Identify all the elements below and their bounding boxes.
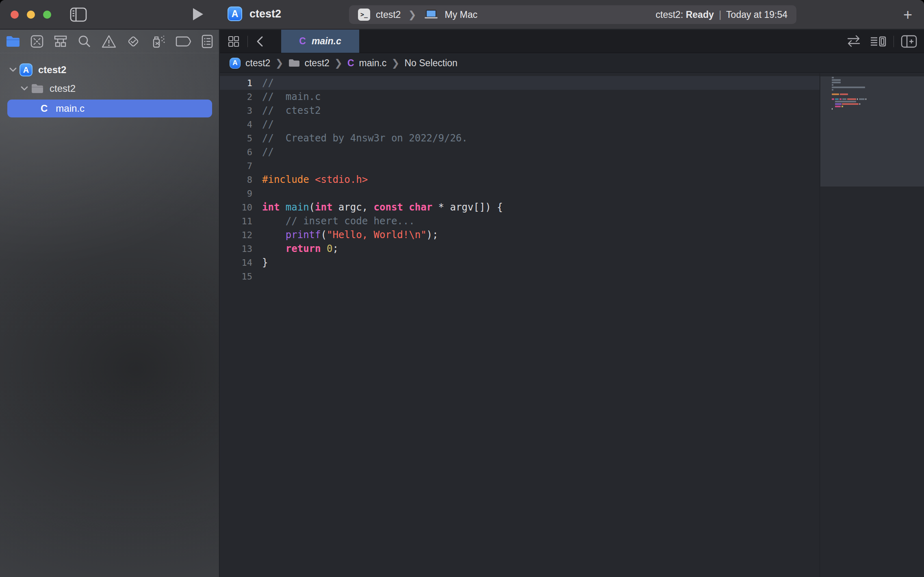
code-line[interactable]: 5// Created by 4nsw3r on 2022/9/26. — [220, 131, 820, 145]
code-token: #include — [262, 174, 309, 185]
code-text: // — [252, 146, 274, 158]
minimap[interactable] — [820, 73, 924, 577]
code-line[interactable]: 4// — [220, 117, 820, 131]
code-line[interactable]: 1// — [220, 76, 820, 90]
breakpoint-navigator-icon[interactable] — [175, 33, 191, 50]
code-lines: 1//2// main.c3// ctest24//5// Created by… — [220, 73, 820, 283]
divider — [894, 36, 894, 47]
code-token: return — [286, 243, 321, 254]
tree-label-project: ctest2 — [38, 64, 66, 76]
debug-navigator-icon[interactable] — [150, 33, 166, 50]
minimap-line — [857, 98, 858, 100]
tree-row-project[interactable]: A ctest2 — [0, 61, 219, 78]
code-token: // — [262, 146, 274, 158]
add-editor-button[interactable] — [900, 34, 917, 49]
source-control-navigator-icon[interactable] — [30, 33, 44, 50]
code-line[interactable]: 12 printf("Hello, World!\n"); — [220, 228, 820, 242]
report-navigator-icon[interactable] — [201, 33, 213, 50]
code-line[interactable]: 8#include <stdio.h> — [220, 173, 820, 187]
minimap-viewport[interactable] — [820, 76, 924, 187]
jumpbar-selection[interactable]: No Selection — [404, 58, 457, 69]
minimap-line — [839, 98, 842, 100]
editor-options-button[interactable] — [869, 35, 887, 48]
line-number[interactable]: 14 — [220, 258, 252, 268]
toggle-navigator-button[interactable] — [70, 7, 87, 22]
find-navigator-icon[interactable] — [78, 33, 91, 50]
line-number[interactable]: 2 — [220, 92, 252, 102]
line-number[interactable]: 1 — [220, 78, 252, 88]
disclosure-chevron-icon[interactable] — [20, 86, 31, 91]
code-token: } — [262, 257, 268, 268]
test-navigator-icon[interactable] — [126, 33, 141, 50]
editor-actions — [846, 30, 924, 53]
code-token: char — [409, 202, 432, 213]
minimap-line — [842, 106, 843, 107]
folder-icon — [288, 59, 299, 67]
close-window-button[interactable] — [11, 11, 19, 19]
line-number[interactable]: 8 — [220, 175, 252, 185]
minimize-window-button[interactable] — [27, 11, 35, 19]
jumpbar-project[interactable]: A ctest2 — [230, 58, 270, 69]
disclosure-chevron-icon[interactable] — [9, 67, 20, 73]
minimap-line — [842, 98, 846, 100]
chevron-right-icon: ❯ — [270, 57, 288, 69]
scheme-selector[interactable]: >_ ctest2 ❯ My Mac — [358, 9, 477, 21]
jump-bar: A ctest2 ❯ ctest2 ❯ C main.c ❯ No Select… — [220, 54, 924, 73]
code-token: int — [262, 202, 280, 213]
symbol-navigator-icon[interactable] — [53, 33, 68, 50]
code-line[interactable]: 9 — [220, 187, 820, 200]
scheme-name[interactable]: ctest2 — [376, 9, 401, 20]
jumpbar-group[interactable]: ctest2 — [288, 58, 329, 69]
tree-row-file-selected[interactable]: C main.c — [7, 100, 212, 117]
line-number[interactable]: 6 — [220, 147, 252, 157]
tab-bar: C main.c — [220, 30, 924, 53]
issue-navigator-icon[interactable] — [101, 33, 117, 50]
line-number[interactable]: 4 — [220, 119, 252, 130]
line-number[interactable]: 13 — [220, 244, 252, 254]
tab-main-c[interactable]: C main.c — [281, 30, 359, 53]
code-line[interactable]: 14} — [220, 256, 820, 269]
status-separator: | — [716, 9, 724, 20]
tab-overview-button[interactable] — [227, 35, 240, 48]
zoom-window-button[interactable] — [43, 11, 51, 19]
code-token — [309, 174, 315, 185]
code-line[interactable]: 7 — [220, 159, 820, 173]
line-number[interactable]: 9 — [220, 189, 252, 199]
code-review-button[interactable] — [846, 35, 862, 48]
line-number[interactable]: 7 — [220, 161, 252, 171]
run-button[interactable] — [192, 7, 204, 21]
code-line[interactable]: 2// main.c — [220, 90, 820, 104]
code-line[interactable]: 10int main(int argc, const char * argv[]… — [220, 200, 820, 214]
code-text: // ctest2 — [252, 105, 321, 116]
project-navigator-icon[interactable] — [6, 33, 20, 50]
run-destination[interactable]: My Mac — [445, 9, 477, 20]
code-line[interactable]: 11 // insert code here... — [220, 214, 820, 228]
code-line[interactable]: 13 return 0; — [220, 242, 820, 256]
line-number[interactable]: 11 — [220, 216, 252, 226]
minimap-line — [832, 79, 841, 81]
line-number[interactable]: 3 — [220, 106, 252, 116]
code-token: ; — [332, 243, 338, 254]
editor-area: C main.c A ctest2 ❯ — [220, 30, 924, 577]
go-back-button[interactable] — [255, 35, 264, 48]
minimap-line — [840, 93, 848, 95]
code-line[interactable]: 6// — [220, 145, 820, 159]
code-token: argc, — [332, 202, 373, 213]
tree-row-group[interactable]: ctest2 — [0, 80, 219, 97]
code-line[interactable]: 15 — [220, 269, 820, 283]
window-title-group: A ctest2 — [228, 7, 281, 21]
go-forward-button[interactable] — [267, 35, 276, 48]
jumpbar-file[interactable]: C main.c — [347, 58, 386, 69]
line-number[interactable]: 5 — [220, 133, 252, 143]
line-number[interactable]: 15 — [220, 271, 252, 282]
source-editor[interactable]: 1//2// main.c3// ctest24//5// Created by… — [220, 73, 924, 577]
code-text: printf("Hello, World!\n"); — [252, 229, 438, 241]
line-number[interactable]: 10 — [220, 202, 252, 213]
add-button[interactable]: + — [899, 6, 917, 24]
play-icon — [192, 7, 204, 21]
code-line[interactable]: 3// ctest2 — [220, 104, 820, 117]
xcode-project-icon: A — [20, 63, 33, 76]
line-number[interactable]: 12 — [220, 230, 252, 240]
minimap-line — [842, 103, 859, 105]
project-navigator-tree: A ctest2 ctest2 C main.c — [0, 61, 219, 117]
